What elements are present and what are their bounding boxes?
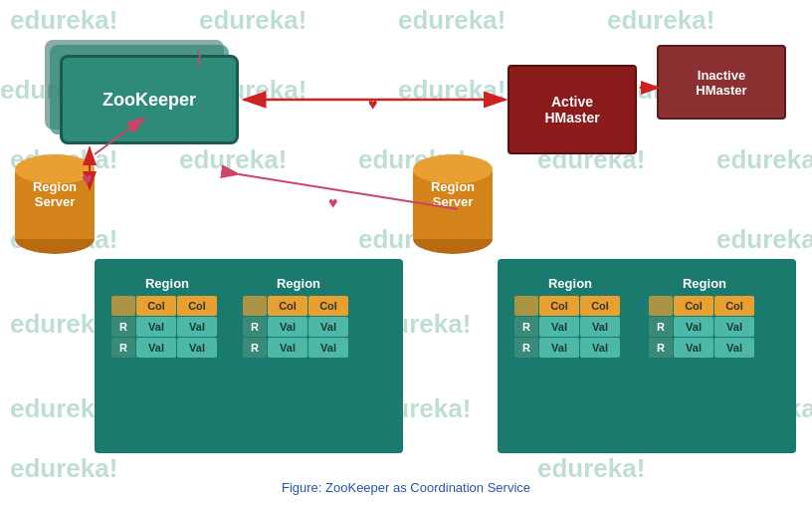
val-2c: Val bbox=[268, 338, 307, 358]
col-header-1b: Col bbox=[177, 296, 217, 316]
region-server-2: RegionServer bbox=[413, 154, 493, 254]
region-3-header: Region bbox=[512, 273, 628, 294]
row-r-3b: R bbox=[514, 338, 538, 358]
watermark-4: edureka! bbox=[607, 5, 714, 36]
watermark-3: edureka! bbox=[398, 5, 506, 36]
watermark-1: edureka! bbox=[10, 5, 117, 36]
val-1b: Val bbox=[177, 317, 217, 337]
val-1d: Val bbox=[177, 338, 217, 358]
rs2-label: RegionServer bbox=[413, 179, 493, 209]
cell-empty-2 bbox=[243, 296, 267, 316]
col-header-4b: Col bbox=[714, 296, 754, 316]
zookeeper-label: ZooKeeper bbox=[102, 90, 196, 111]
row-r-2a: R bbox=[243, 317, 267, 337]
cell-empty-1 bbox=[111, 296, 135, 316]
row-r-1a: R bbox=[111, 317, 135, 337]
col-header-3b: Col bbox=[580, 296, 620, 316]
col-header-1a: Col bbox=[136, 296, 176, 316]
region-table-1: Region Col Col R Val Val R Val Val bbox=[107, 271, 227, 362]
figure-caption: Figure: ZooKeeper as Coordination Servic… bbox=[282, 480, 530, 495]
zookeeper-box: ZooKeeper bbox=[60, 55, 239, 144]
watermark-13: edureka! bbox=[716, 144, 812, 175]
val-4b: Val bbox=[714, 317, 754, 337]
heart-icon-2: ♥ bbox=[368, 96, 378, 114]
val-4c: Val bbox=[674, 338, 713, 358]
region-table-2: Region Col Col R Val Val R Val Val bbox=[239, 271, 358, 362]
signal-icon: ⌇ bbox=[194, 47, 204, 71]
val-3c: Val bbox=[539, 338, 579, 358]
region-2-header: Region bbox=[241, 273, 356, 294]
val-2d: Val bbox=[308, 338, 348, 358]
active-hmaster-box: ActiveHMaster bbox=[508, 65, 637, 154]
row-r-1b: R bbox=[111, 338, 135, 358]
heart-icon-1: ♥ bbox=[82, 169, 93, 190]
col-header-2b: Col bbox=[308, 296, 348, 316]
col-header-3a: Col bbox=[539, 296, 579, 316]
region-table-4: Region Col Col R Val Val R Val Val bbox=[645, 271, 764, 362]
val-4d: Val bbox=[714, 338, 754, 358]
watermark-2: edureka! bbox=[199, 5, 306, 36]
watermark-25: edureka! bbox=[537, 453, 645, 484]
watermark-10: edureka! bbox=[179, 144, 287, 175]
row-r-2b: R bbox=[243, 338, 267, 358]
watermark-7: edureka! bbox=[398, 75, 506, 106]
row-r-3a: R bbox=[514, 317, 538, 337]
val-1a: Val bbox=[136, 317, 176, 337]
watermark-16: edureka! bbox=[716, 224, 812, 255]
val-3a: Val bbox=[539, 317, 579, 337]
val-4a: Val bbox=[674, 317, 713, 337]
row-r-4a: R bbox=[649, 317, 673, 337]
region-table-3: Region Col Col R Val Val R Val Val bbox=[510, 271, 630, 362]
cell-empty-4 bbox=[649, 296, 673, 316]
region-1-header: Region bbox=[109, 273, 225, 294]
val-3d: Val bbox=[580, 338, 620, 358]
inactive-hmaster-box: InactiveHMaster bbox=[657, 45, 786, 120]
val-2b: Val bbox=[308, 317, 348, 337]
val-2a: Val bbox=[268, 317, 307, 337]
val-3b: Val bbox=[580, 317, 620, 337]
inactive-hmaster-label: InactiveHMaster bbox=[696, 68, 746, 98]
col-header-4a: Col bbox=[674, 296, 713, 316]
val-1c: Val bbox=[136, 338, 176, 358]
cell-empty-3 bbox=[514, 296, 538, 316]
col-header-2a: Col bbox=[268, 296, 307, 316]
heart-icon-3: ♥ bbox=[328, 194, 338, 212]
region-4-header: Region bbox=[647, 273, 762, 294]
row-r-4b: R bbox=[649, 338, 673, 358]
active-hmaster-label: ActiveHMaster bbox=[544, 94, 599, 126]
watermark-24: edureka! bbox=[10, 453, 117, 484]
